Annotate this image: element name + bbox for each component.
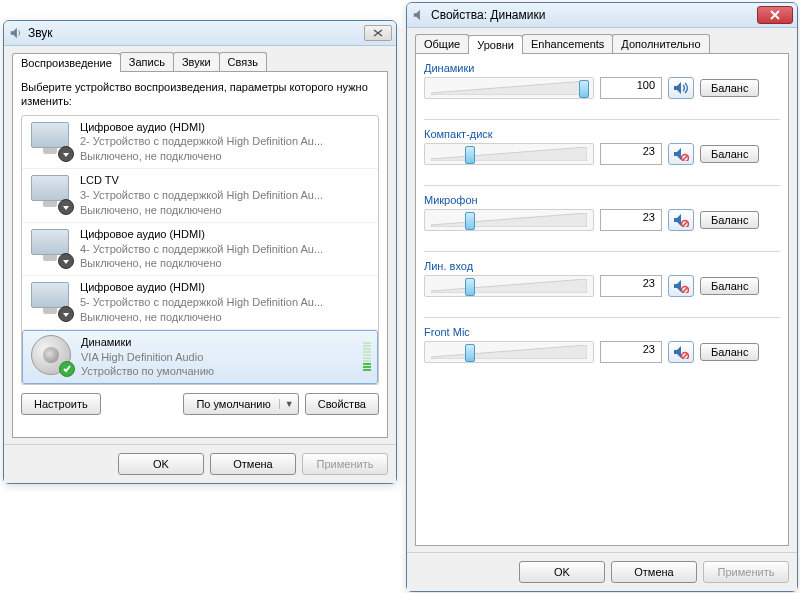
divider (424, 251, 780, 252)
svg-line-12 (683, 354, 687, 358)
tab-sounds[interactable]: Звуки (173, 52, 220, 71)
volume-slider[interactable] (424, 77, 594, 99)
volume-value[interactable]: 100 (600, 77, 662, 99)
level-group: Микрофон 23 Баланс (424, 194, 780, 231)
volume-value[interactable]: 23 (600, 275, 662, 297)
slider-thumb[interactable] (579, 80, 589, 98)
cancel-button[interactable]: Отмена (210, 453, 296, 475)
close-button[interactable] (757, 6, 793, 24)
divider (424, 317, 780, 318)
monitor-icon (28, 227, 72, 267)
device-row[interactable]: Цифровое аудио (HDMI) 5- Устройство с по… (22, 276, 378, 330)
properties-footer: OK Отмена Применить (407, 552, 797, 591)
arrow-down-icon (58, 306, 74, 322)
monitor-icon (28, 173, 72, 213)
device-text: Цифровое аудио (HDMI) 4- Устройство с по… (80, 227, 372, 272)
slider-thumb[interactable] (465, 278, 475, 296)
device-row[interactable]: Цифровое аудио (HDMI) 4- Устройство с по… (22, 223, 378, 277)
arrow-down-icon (58, 146, 74, 162)
tab-general[interactable]: Общие (415, 34, 469, 53)
divider (424, 119, 780, 120)
mute-button[interactable] (668, 77, 694, 99)
level-label: Компакт-диск (424, 128, 780, 140)
sound-title: Звук (28, 26, 364, 40)
mute-button[interactable] (668, 143, 694, 165)
balance-button[interactable]: Баланс (700, 145, 759, 163)
ok-button[interactable]: OK (118, 453, 204, 475)
balance-button[interactable]: Баланс (700, 79, 759, 97)
volume-value[interactable]: 23 (600, 209, 662, 231)
volume-slider[interactable] (424, 209, 594, 231)
volume-slider[interactable] (424, 143, 594, 165)
slider-thumb[interactable] (465, 212, 475, 230)
slider-thumb[interactable] (465, 344, 475, 362)
volume-value[interactable]: 23 (600, 143, 662, 165)
speaker-icon (8, 25, 24, 41)
apply-button[interactable]: Применить (703, 561, 789, 583)
properties-titlebar[interactable]: Свойства: Динамики (407, 3, 797, 28)
volume-slider[interactable] (424, 275, 594, 297)
chevron-down-icon[interactable]: ▼ (279, 399, 294, 409)
tab-enhancements[interactable]: Enhancements (522, 34, 613, 53)
level-group: Front Mic 23 Баланс (424, 326, 780, 363)
sound-footer: OK Отмена Применить (4, 444, 396, 483)
set-default-button[interactable]: По умолчанию ▼ (183, 393, 298, 415)
level-label: Динамики (424, 62, 780, 74)
slider-thumb[interactable] (465, 146, 475, 164)
device-row[interactable]: LCD TV 3- Устройство с поддержкой High D… (22, 169, 378, 223)
cancel-button[interactable]: Отмена (611, 561, 697, 583)
close-button[interactable] (364, 25, 392, 41)
speaker-icon (411, 7, 427, 23)
level-group: Лин. вход 23 Баланс (424, 260, 780, 297)
sound-window: Звук Воспроизведение Запись Звуки Связь … (3, 20, 397, 484)
balance-button[interactable]: Баланс (700, 343, 759, 361)
device-text: Динамики VIA High Definition Audio Устро… (81, 335, 363, 380)
tab-advanced[interactable]: Дополнительно (612, 34, 709, 53)
tab-playback[interactable]: Воспроизведение (12, 53, 121, 72)
tab-recording[interactable]: Запись (120, 52, 174, 71)
sound-titlebar[interactable]: Звук (4, 21, 396, 46)
svg-marker-7 (431, 279, 587, 293)
balance-button[interactable]: Баланс (700, 211, 759, 229)
svg-marker-1 (431, 147, 587, 161)
balance-button[interactable]: Баланс (700, 277, 759, 295)
svg-marker-4 (431, 213, 587, 227)
volume-value[interactable]: 23 (600, 341, 662, 363)
check-icon (59, 361, 75, 377)
speaker-icon (29, 335, 73, 375)
sound-content: Воспроизведение Запись Звуки Связь Выбер… (4, 46, 396, 444)
arrow-down-icon (58, 199, 74, 215)
properties-title: Свойства: Динамики (431, 8, 757, 22)
apply-button[interactable]: Применить (302, 453, 388, 475)
tab-levels[interactable]: Уровни (468, 35, 523, 54)
device-list[interactable]: Цифровое аудио (HDMI) 2- Устройство с по… (21, 115, 379, 386)
svg-line-3 (683, 156, 687, 160)
divider (424, 185, 780, 186)
device-row[interactable]: Динамики VIA High Definition Audio Устро… (22, 330, 378, 385)
mute-button[interactable] (668, 209, 694, 231)
instruction-text: Выберите устройство воспроизведения, пар… (21, 80, 379, 109)
level-label: Front Mic (424, 326, 780, 338)
mute-button[interactable] (668, 275, 694, 297)
configure-button[interactable]: Настроить (21, 393, 101, 415)
device-text: Цифровое аудио (HDMI) 5- Устройство с по… (80, 280, 372, 325)
ok-button[interactable]: OK (519, 561, 605, 583)
sound-tabs: Воспроизведение Запись Звуки Связь (12, 52, 388, 71)
properties-content: Общие Уровни Enhancements Дополнительно … (407, 28, 797, 552)
device-row[interactable]: Цифровое аудио (HDMI) 2- Устройство с по… (22, 116, 378, 170)
arrow-down-icon (58, 253, 74, 269)
mute-button[interactable] (668, 341, 694, 363)
levels-panel: Динамики 100 Баланс Компакт-диск (415, 53, 789, 546)
level-label: Микрофон (424, 194, 780, 206)
svg-marker-0 (431, 81, 587, 95)
device-text: LCD TV 3- Устройство с поддержкой High D… (80, 173, 372, 218)
properties-button[interactable]: Свойства (305, 393, 379, 415)
volume-slider[interactable] (424, 341, 594, 363)
monitor-icon (28, 280, 72, 320)
svg-line-9 (683, 288, 687, 292)
monitor-icon (28, 120, 72, 160)
device-buttons: Настроить По умолчанию ▼ Свойства (21, 393, 379, 415)
tab-communications[interactable]: Связь (219, 52, 267, 71)
svg-line-6 (683, 222, 687, 226)
level-label: Лин. вход (424, 260, 780, 272)
